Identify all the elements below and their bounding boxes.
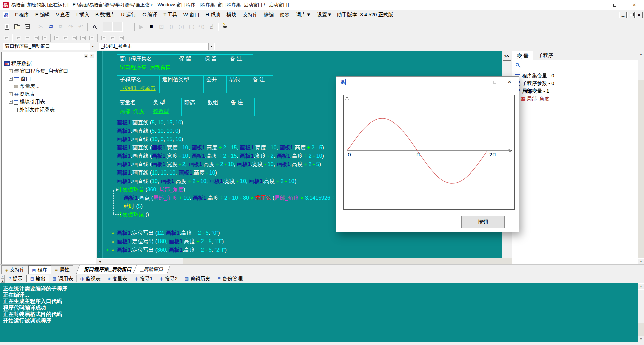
popup-maximize-button[interactable] — [487, 77, 502, 87]
output-tab-搜寻1[interactable]: ◎搜寻1 — [131, 275, 156, 282]
window-program-set-combo[interactable]: 窗口程序集_启动窗口 ▼ — [3, 43, 96, 50]
output-tab-搜寻2[interactable]: ◎搜寻2 — [156, 275, 181, 282]
table-data-cell[interactable]: 整数型 — [150, 107, 182, 116]
code-line-8[interactable]: 计次循环首 (360, 局部_角度) — [117, 185, 185, 194]
output-tab-调用表[interactable]: ▦调用表 — [49, 275, 77, 282]
tree-item-模块引用表[interactable]: +模块引用表 — [4, 98, 94, 106]
variable-search-row[interactable] — [512, 60, 638, 69]
sheet-tab-_启动窗口[interactable]: _启动窗口 — [133, 265, 170, 274]
menu-item-W.窗口[interactable]: W.窗口 — [180, 11, 203, 19]
same-width-button[interactable] — [99, 34, 108, 42]
code-line-14[interactable]: 画板1.定位写出 (360, 画板1.高度 ÷ 2 - 5, “2Π”) — [117, 246, 227, 254]
table-data-cell[interactable] — [226, 84, 250, 93]
code-line-0[interactable]: 画板1.画直线 (5, 10, 15, 10) — [117, 118, 183, 127]
menu-item-C.编译[interactable]: C.编译 — [139, 11, 160, 19]
form-grid-button[interactable] — [2, 34, 11, 42]
table-data-cell[interactable]: 窗口程序集_启动窗口 — [117, 63, 176, 72]
save-button[interactable] — [22, 22, 32, 32]
collapse-panel-button[interactable]: >> — [503, 52, 511, 61]
menu-item-E.编辑[interactable]: E.编辑 — [32, 11, 53, 19]
align-left-button[interactable] — [14, 34, 23, 42]
minimize-button[interactable] — [586, 0, 605, 10]
tab-子程序[interactable]: 子程序 — [533, 51, 558, 60]
tab-支持库[interactable]: ◈支持库 — [1, 265, 29, 274]
redo-button[interactable]: ↷ — [66, 22, 76, 32]
debug-pause-button[interactable]: ⊡ — [156, 22, 166, 32]
mdi-minimize-button[interactable]: ＿ — [619, 12, 627, 18]
space-across-button[interactable] — [78, 34, 87, 42]
mdi-close-button[interactable]: × — [635, 12, 643, 18]
menu-item-I.插入[interactable]: I.插入 — [73, 11, 92, 19]
popup-button[interactable]: 按钮 — [461, 216, 505, 228]
tab-变 量[interactable]: 变 量 — [512, 51, 533, 60]
table-data-cell[interactable]: 局部_角度 — [117, 107, 150, 116]
step-over-button[interactable]: {} — [166, 22, 176, 32]
output-tab-变量表[interactable]: ◈变量表 — [104, 275, 131, 282]
popup-close-button[interactable]: × — [502, 77, 517, 87]
output-scrollbar[interactable]: ▲ ▼ — [638, 283, 644, 342]
layout-code-button[interactable] — [113, 22, 123, 32]
cut-button[interactable]: ✂ — [36, 22, 46, 32]
find-button[interactable] — [89, 22, 99, 32]
same-size-button[interactable] — [117, 34, 125, 42]
scrollbar-thumb[interactable] — [638, 57, 644, 80]
align-top-button[interactable] — [32, 34, 40, 42]
menu-item-设置▼[interactable]: 设置▼ — [314, 11, 335, 19]
code-line-13[interactable]: 画板1.定位写出 (180, 画板1.高度 ÷ 2 - 5, “Π”) — [117, 237, 224, 246]
table-data-cell[interactable] — [159, 84, 204, 93]
code-line-4[interactable]: 画板1.画直线 (画板1.宽度 - 10, 画板1.高度 ÷ 2 - 15, 画… — [117, 152, 324, 160]
center-vertical-button[interactable] — [61, 34, 70, 42]
step-into-button[interactable]: {+} — [176, 22, 186, 32]
output-close-button[interactable]: × — [1, 275, 5, 279]
tab-程序[interactable]: ▤程序 — [28, 265, 51, 274]
expand-icon[interactable]: + — [9, 77, 13, 81]
table-data-cell[interactable] — [250, 84, 273, 93]
output-tab-备份管理[interactable]: ≣备份管理 — [214, 275, 246, 282]
compile-output-console[interactable]: 正在统计需要编译的子程序正在编译...正在生成主程序入口代码程序代码编译成功正在… — [0, 283, 644, 342]
restore-button[interactable] — [605, 0, 625, 10]
code-line-2[interactable]: 画板1.画直线 (10, 0, 15, 10) — [117, 135, 183, 143]
table-data-cell[interactable]: _按钮1_被单击 — [117, 84, 160, 93]
code-line-1[interactable]: 画板1.画直线 (5, 10, 10, 0) — [117, 127, 180, 135]
center-horizontal-button[interactable] — [52, 34, 61, 42]
code-line-5[interactable]: 画板1.画直线 (画板1.宽度 - 2, 画板1.高度 ÷ 2 - 10, 画板… — [117, 160, 321, 168]
space-down-button[interactable] — [87, 34, 96, 42]
scrollbar-thumb[interactable] — [103, 258, 183, 264]
table-data-cell[interactable] — [205, 107, 228, 116]
close-button[interactable]: × — [625, 0, 644, 10]
layout-split-button[interactable] — [123, 22, 133, 32]
menu-item-V.查看[interactable]: V.查看 — [53, 11, 73, 19]
menu-item-H.帮助[interactable]: H.帮助 — [202, 11, 223, 19]
variable-tree-item[interactable]: 程序集变量 - 0 — [515, 72, 636, 80]
run-to-cursor-button[interactable]: *{} — [197, 22, 207, 32]
output-tab-输出[interactable]: ▤输出 — [26, 275, 49, 282]
run-button[interactable]: ▶ — [136, 22, 146, 32]
layout-form-button[interactable] — [103, 22, 113, 32]
mdi-restore-button[interactable] — [627, 12, 635, 18]
help-find-button[interactable]: ? — [220, 22, 230, 32]
scroll-up-button[interactable]: ▲ — [638, 51, 644, 57]
output-pin-button[interactable]: ▴ — [1, 279, 5, 283]
tree-item-窗口[interactable]: +窗口 — [4, 75, 94, 83]
table-data-cell[interactable] — [228, 107, 255, 116]
scroll-up-button[interactable]: ▲ — [638, 283, 644, 289]
menu-item-静编[interactable]: 静编 — [261, 11, 277, 19]
table-data-row[interactable]: 局部_角度整数型 — [117, 107, 255, 116]
menu-item-模块[interactable]: 模块 — [223, 11, 239, 19]
align-bottom-button[interactable] — [40, 34, 49, 42]
panel-close-button[interactable]: × — [89, 53, 94, 58]
variable-tree-item[interactable]: 子程序参数 - 0 — [515, 80, 636, 87]
menu-item-T.工具[interactable]: T.工具 — [160, 11, 180, 19]
tree-item-外部文件记录表[interactable]: 外部文件记录表 — [4, 106, 94, 114]
chevron-down-icon[interactable]: ▼ — [208, 43, 214, 50]
align-middle-button[interactable] — [70, 34, 78, 42]
code-line-6[interactable]: 画板1.画直线 (10, 10, 10, 画板1.高度 - 10) — [117, 168, 217, 177]
scroll-left-button[interactable]: ◀ — [97, 258, 103, 264]
code-line-10[interactable]: 延时 (5) — [124, 202, 143, 210]
running-program-window[interactable]: 易 × 0Π2Π 按钮 — [336, 76, 519, 232]
subroutine-combo[interactable]: _按钮1_被单击 ▼ — [99, 43, 215, 50]
scrollbar-thumb[interactable] — [638, 289, 644, 323]
code-line-3[interactable]: 画板1.画直线 (画板1.宽度 - 10, 画板1.高度 ÷ 2 - 15, 画… — [117, 143, 324, 152]
menu-item-B.数据库[interactable]: B.数据库 — [92, 11, 118, 19]
table-data-cell[interactable] — [181, 107, 205, 116]
